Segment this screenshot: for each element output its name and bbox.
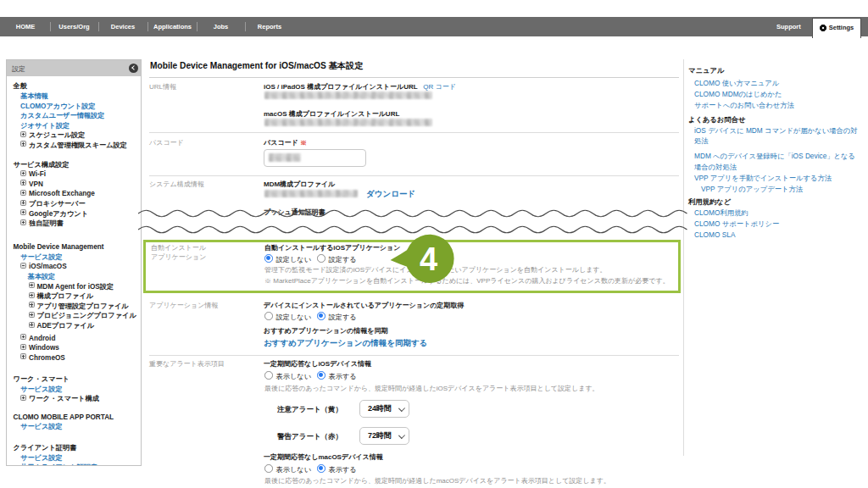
svg-text:4: 4 [420,241,437,277]
